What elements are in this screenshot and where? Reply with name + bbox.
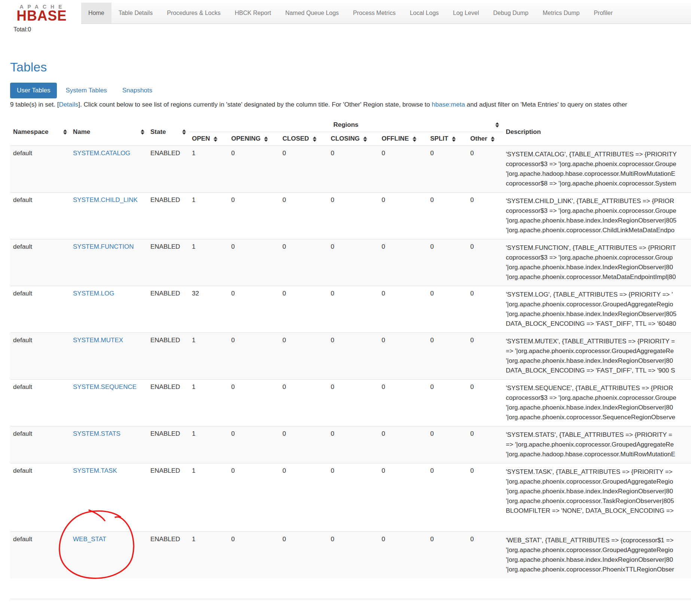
cell-region-count-closed[interactable]: 0 (279, 239, 328, 286)
cell-region-count-opening[interactable]: 0 (228, 463, 279, 532)
sort-icon[interactable] (264, 137, 268, 142)
cell-region-count-open[interactable]: 1 (189, 146, 228, 193)
nav-item-process-metrics[interactable]: Process Metrics (346, 3, 403, 24)
tab-snapshots[interactable]: Snapshots (116, 83, 159, 98)
cell-region-count-opening[interactable]: 0 (228, 193, 279, 239)
cell-region-count-offline[interactable]: 0 (379, 286, 427, 333)
cell-region-count-split[interactable]: 0 (427, 146, 467, 193)
tab-system-tables[interactable]: System Tables (59, 83, 113, 98)
cell-region-count-other[interactable]: 0 (467, 239, 503, 286)
details-link[interactable]: Details (59, 101, 78, 108)
nav-item-home[interactable]: Home (81, 3, 111, 24)
table-name-link[interactable]: SYSTEM.TASK (73, 467, 117, 474)
cell-region-count-open[interactable]: 1 (189, 193, 228, 239)
cell-region-count-split[interactable]: 0 (427, 333, 467, 380)
cell-region-count-opening[interactable]: 0 (228, 426, 279, 463)
cell-region-count-other[interactable]: 0 (467, 193, 503, 239)
cell-region-count-closed[interactable]: 0 (279, 146, 328, 193)
hbase-meta-link[interactable]: hbase:meta (432, 101, 465, 108)
cell-region-count-closed[interactable]: 0 (279, 286, 328, 333)
sort-icon[interactable] (313, 137, 317, 142)
cell-region-count-other[interactable]: 0 (467, 146, 503, 193)
cell-region-count-offline[interactable]: 0 (379, 146, 427, 193)
nav-item-debug-dump[interactable]: Debug Dump (486, 3, 535, 24)
sort-icon[interactable] (495, 122, 499, 128)
cell-region-count-closed[interactable]: 0 (279, 333, 328, 380)
header-region-split[interactable]: SPLIT (427, 132, 467, 146)
cell-region-count-closing[interactable]: 0 (328, 333, 379, 380)
cell-region-count-open[interactable]: 1 (189, 333, 228, 380)
table-name-link[interactable]: SYSTEM.CHILD_LINK (73, 196, 138, 203)
cell-region-count-opening[interactable]: 0 (228, 239, 279, 286)
cell-region-count-split[interactable]: 0 (427, 380, 467, 426)
cell-region-count-split[interactable]: 0 (427, 426, 467, 463)
header-regions-group[interactable]: Regions (189, 118, 503, 132)
cell-region-count-opening[interactable]: 0 (228, 380, 279, 426)
nav-item-profiler[interactable]: Profiler (587, 3, 620, 24)
cell-region-count-other[interactable]: 0 (467, 463, 503, 532)
header-region-offline[interactable]: OFFLINE (379, 132, 427, 146)
cell-region-count-closed[interactable]: 0 (279, 193, 328, 239)
nav-item-local-logs[interactable]: Local Logs (403, 3, 446, 24)
cell-region-count-split[interactable]: 0 (427, 193, 467, 239)
header-region-closed[interactable]: CLOSED (279, 132, 328, 146)
table-name-link[interactable]: SYSTEM.SEQUENCE (73, 383, 137, 390)
table-name-link[interactable]: SYSTEM.STATS (73, 430, 120, 437)
cell-region-count-closing[interactable]: 0 (328, 532, 379, 579)
cell-region-count-open[interactable]: 32 (189, 286, 228, 333)
cell-region-count-split[interactable]: 0 (427, 286, 467, 333)
cell-region-count-open[interactable]: 1 (189, 239, 228, 286)
nav-item-table-details[interactable]: Table Details (111, 3, 160, 24)
nav-item-log-level[interactable]: Log Level (446, 3, 486, 24)
cell-region-count-other[interactable]: 0 (467, 380, 503, 426)
cell-region-count-closed[interactable]: 0 (279, 426, 328, 463)
cell-region-count-closed[interactable]: 0 (279, 463, 328, 532)
header-namespace[interactable]: Namespace (10, 118, 70, 146)
sort-icon[interactable] (141, 129, 144, 135)
cell-region-count-closed[interactable]: 0 (279, 380, 328, 426)
cell-region-count-open[interactable]: 1 (189, 532, 228, 579)
header-region-other[interactable]: Other (467, 132, 503, 146)
cell-region-count-offline[interactable]: 0 (379, 380, 427, 426)
cell-region-count-split[interactable]: 0 (427, 239, 467, 286)
header-region-open[interactable]: OPEN (189, 132, 228, 146)
sort-icon[interactable] (452, 137, 456, 142)
nav-item-procedures-locks[interactable]: Procedures & Locks (160, 3, 227, 24)
cell-region-count-opening[interactable]: 0 (228, 333, 279, 380)
cell-region-count-other[interactable]: 0 (467, 333, 503, 380)
cell-region-count-offline[interactable]: 0 (379, 463, 427, 532)
table-name-link[interactable]: SYSTEM.LOG (73, 290, 114, 297)
tab-user-tables[interactable]: User Tables (10, 83, 57, 98)
cell-region-count-offline[interactable]: 0 (379, 532, 427, 579)
nav-item-named-queue-logs[interactable]: Named Queue Logs (278, 3, 346, 24)
nav-item-metrics-dump[interactable]: Metrics Dump (535, 3, 587, 24)
cell-region-count-open[interactable]: 1 (189, 380, 228, 426)
sort-icon[interactable] (63, 129, 67, 135)
cell-region-count-closing[interactable]: 0 (328, 193, 379, 239)
cell-region-count-closed[interactable]: 0 (279, 532, 328, 579)
sort-icon[interactable] (413, 137, 416, 142)
sort-icon[interactable] (214, 137, 217, 142)
table-name-link[interactable]: WEB_STAT (73, 536, 106, 543)
table-name-link[interactable]: SYSTEM.CATALOG (73, 150, 130, 157)
sort-icon[interactable] (491, 137, 495, 142)
cell-region-count-closing[interactable]: 0 (328, 380, 379, 426)
cell-region-count-other[interactable]: 0 (467, 532, 503, 579)
cell-region-count-split[interactable]: 0 (427, 532, 467, 579)
cell-region-count-closing[interactable]: 0 (328, 239, 379, 286)
cell-region-count-other[interactable]: 0 (467, 286, 503, 333)
nav-item-hbck-report[interactable]: HBCK Report (227, 3, 278, 24)
cell-region-count-offline[interactable]: 0 (379, 193, 427, 239)
hbase-logo[interactable]: APACHE HBASE (0, 2, 81, 24)
header-name[interactable]: Name (70, 118, 147, 146)
cell-region-count-opening[interactable]: 0 (228, 286, 279, 333)
cell-region-count-offline[interactable]: 0 (379, 333, 427, 380)
cell-region-count-closing[interactable]: 0 (328, 286, 379, 333)
cell-region-count-opening[interactable]: 0 (228, 532, 279, 579)
table-name-link[interactable]: SYSTEM.MUTEX (73, 337, 123, 344)
header-region-closing[interactable]: CLOSING (328, 132, 379, 146)
cell-region-count-split[interactable]: 0 (427, 463, 467, 532)
header-state[interactable]: State (147, 118, 189, 146)
table-name-link[interactable]: SYSTEM.FUNCTION (73, 243, 134, 250)
cell-region-count-closing[interactable]: 0 (328, 146, 379, 193)
